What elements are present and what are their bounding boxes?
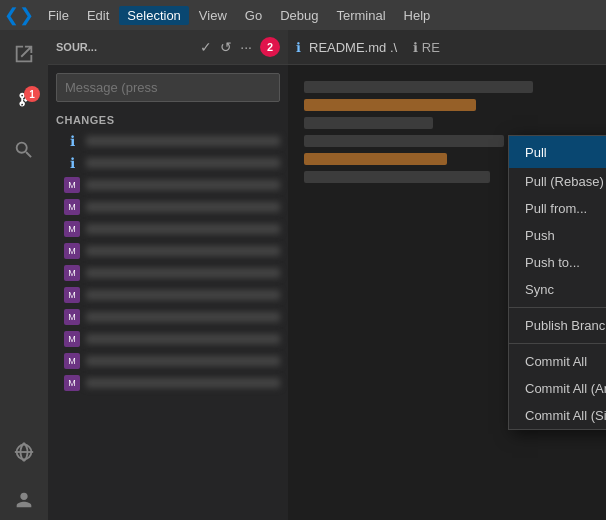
file-type-icon: M [64, 375, 80, 391]
menu-selection[interactable]: Selection [119, 6, 188, 25]
file-item[interactable]: M [48, 262, 288, 284]
menu-bar: ❮❯ File Edit Selection View Go Debug Ter… [0, 0, 606, 30]
file-type-icon: M [64, 243, 80, 259]
file-name-blur [86, 246, 280, 256]
dropdown-menu: Pull 3 Pull (Rebase) Pull from... Push P… [508, 135, 606, 430]
tab2-preview[interactable]: ℹ RE [413, 40, 440, 55]
file-name-blur [86, 224, 280, 234]
readme-info-icon: ℹ [296, 40, 301, 55]
file-type-icon: M [64, 177, 80, 193]
pull-menu-item[interactable]: Pull 3 [509, 136, 606, 168]
refresh-icon[interactable]: ↺ [220, 39, 232, 55]
menu-go[interactable]: Go [237, 6, 270, 25]
file-name-blur [86, 268, 280, 278]
search-activity-icon[interactable] [4, 130, 44, 170]
code-line [304, 135, 504, 147]
explorer-activity-icon[interactable] [4, 34, 44, 74]
menu-separator-1 [509, 307, 606, 308]
code-line [304, 171, 490, 183]
remote-activity-icon[interactable] [4, 432, 44, 472]
menu-separator-2 [509, 343, 606, 344]
file-item[interactable]: M [48, 306, 288, 328]
code-line [304, 99, 476, 111]
push-menu-item[interactable]: Push [509, 222, 606, 249]
activity-bar: 1 [0, 30, 48, 520]
menu-terminal[interactable]: Terminal [328, 6, 393, 25]
file-info-icon: ℹ [64, 133, 80, 149]
commit-all-label: Commit All [525, 354, 587, 369]
pull-rebase-label: Pull (Rebase) [525, 174, 604, 189]
readme-filename[interactable]: README.md .\ [309, 40, 397, 55]
file-item[interactable]: ℹ [48, 130, 288, 152]
pull-from-label: Pull from... [525, 201, 587, 216]
menu-help[interactable]: Help [396, 6, 439, 25]
scm-top-bar: SOUR... ✓ ↺ ··· 2 [48, 30, 288, 65]
file-type-icon: M [64, 287, 80, 303]
file-item[interactable]: M [48, 328, 288, 350]
menu-edit[interactable]: Edit [79, 6, 117, 25]
file-item[interactable]: M [48, 372, 288, 394]
code-line [304, 117, 433, 129]
file-item[interactable]: M [48, 174, 288, 196]
file-name-blur [86, 334, 280, 344]
file-item[interactable]: M [48, 218, 288, 240]
pull-rebase-menu-item[interactable]: Pull (Rebase) [509, 168, 606, 195]
sync-menu-item[interactable]: Sync [509, 276, 606, 303]
more-actions-icon[interactable]: ··· [240, 39, 252, 55]
file-name-blur [86, 312, 280, 322]
file-type-icon: M [64, 353, 80, 369]
commit-all-menu-item[interactable]: Commit All [509, 348, 606, 375]
push-label: Push [525, 228, 555, 243]
code-line [304, 81, 533, 93]
pull-label: Pull [525, 145, 547, 160]
code-line [304, 153, 447, 165]
file-type-icon: M [64, 265, 80, 281]
push-to-label: Push to... [525, 255, 580, 270]
source-control-activity-icon[interactable]: 1 [4, 82, 44, 122]
publish-branch-menu-item[interactable]: Publish Branch [509, 312, 606, 339]
file-item[interactable]: M [48, 284, 288, 306]
file-type-icon: M [64, 331, 80, 347]
editor-tab-bar: ℹ README.md .\ ℹ RE [288, 30, 606, 65]
commit-message-input[interactable] [56, 73, 280, 102]
file-name-blur [86, 180, 280, 190]
file-name-blur [86, 136, 280, 146]
file-item[interactable]: M [48, 240, 288, 262]
file-item[interactable]: ℹ [48, 152, 288, 174]
file-name-blur [86, 202, 280, 212]
file-list: ℹ ℹ M M M M M M M M M M [48, 130, 288, 520]
sync-label: Sync [525, 282, 554, 297]
account-activity-icon[interactable] [4, 480, 44, 520]
scm-title: SOUR... [56, 41, 192, 53]
scm-panel: SOUR... ✓ ↺ ··· 2 CHANGES ℹ ℹ M M M M M … [48, 30, 288, 520]
file-info-icon: ℹ [64, 155, 80, 171]
file-name-blur [86, 356, 280, 366]
checkmark-icon[interactable]: ✓ [200, 39, 212, 55]
file-type-icon: M [64, 221, 80, 237]
step2-badge: 2 [260, 37, 280, 57]
pull-from-menu-item[interactable]: Pull from... [509, 195, 606, 222]
commit-all-signed-menu-item[interactable]: Commit All (Signed Off) [509, 402, 606, 429]
file-name-blur [86, 378, 280, 388]
file-type-icon: M [64, 309, 80, 325]
source-control-badge: 1 [24, 86, 40, 102]
commit-all-amend-menu-item[interactable]: Commit All (Amend) [509, 375, 606, 402]
menu-debug[interactable]: Debug [272, 6, 326, 25]
vscode-logo: ❮❯ [4, 4, 34, 26]
file-item[interactable]: M [48, 350, 288, 372]
file-name-blur [86, 290, 280, 300]
commit-all-amend-label: Commit All (Amend) [525, 381, 606, 396]
file-name-blur [86, 158, 280, 168]
menu-view[interactable]: View [191, 6, 235, 25]
menu-file[interactable]: File [40, 6, 77, 25]
changes-header: CHANGES [48, 110, 288, 130]
editor-area: ℹ README.md .\ ℹ RE Pull 3 [288, 30, 606, 520]
push-to-menu-item[interactable]: Push to... [509, 249, 606, 276]
file-type-icon: M [64, 199, 80, 215]
commit-all-signed-label: Commit All (Signed Off) [525, 408, 606, 423]
publish-branch-label: Publish Branch [525, 318, 606, 333]
file-item[interactable]: M [48, 196, 288, 218]
